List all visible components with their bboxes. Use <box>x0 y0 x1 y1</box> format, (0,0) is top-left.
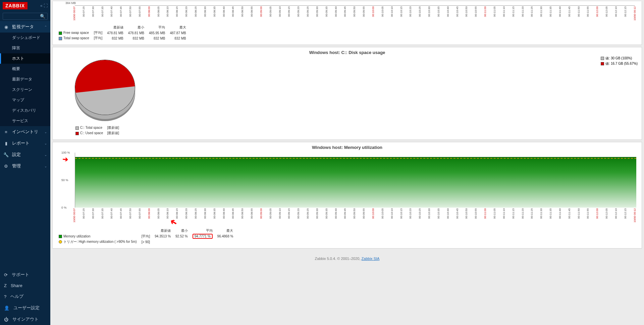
sidebar: ZABBIX « ⛶ 🔍 ◉ 監視データ ⌃ ダッシュボード 障害 ホスト 概要… <box>0 0 50 325</box>
mem-y-0: 0 % <box>61 206 67 209</box>
nav-admin-label: 管理 <box>12 163 41 169</box>
swap-y-label: 384 MB <box>65 1 638 5</box>
subnav-screens[interactable]: スクリーン <box>0 85 50 95</box>
swap-legend: 最新値 最小 平均 最大 Free swap space[平均]478.81 M… <box>56 24 189 41</box>
subnav-services[interactable]: サービス <box>0 116 50 126</box>
subnav-overview[interactable]: 概要 <box>0 64 50 74</box>
memory-x-axis: 10/30 00:0700:07:2500:07:3000:07:3500:07… <box>73 208 636 225</box>
bottom-help[interactable]: ?ヘルプ <box>0 291 50 302</box>
swap-x-axis: 10/30 00:0700:07:2500:07:3000:07:3500:07… <box>73 6 636 23</box>
chevron-down-icon: ⌄ <box>44 164 47 168</box>
nav-monitoring-label: 監視データ <box>12 24 41 30</box>
list-icon: ≡ <box>3 129 9 134</box>
disk-pie-chart <box>75 60 135 120</box>
nav-settings-label: 設定 <box>12 152 41 158</box>
subnav-hosts[interactable]: ホスト <box>0 53 50 64</box>
search-input[interactable] <box>5 14 40 19</box>
bottom-share[interactable]: ZShare <box>0 280 50 291</box>
memory-title: Windows host: Memory utilization <box>56 145 638 150</box>
footer: Zabbix 5.0.4. © 2001–2020, Zabbix SIA <box>50 251 644 264</box>
memory-legend: 最新値 最小 平均 最大 Memory utilization [平均] 94.… <box>56 228 236 245</box>
user-icon: 👤 <box>4 306 9 311</box>
memory-chart: 100 % 50 % 0 % ➔ <box>75 153 636 208</box>
bottom-signout[interactable]: ⏻サインアウト <box>0 314 50 325</box>
chevron-down-icon: ⌄ <box>44 142 47 145</box>
nav-inventory-label: インベントリ <box>12 129 41 135</box>
support-icon: ⟳ <box>4 272 8 277</box>
signout-icon: ⏻ <box>4 317 8 322</box>
nav-reports[interactable]: ▮ レポート ⌄ <box>0 138 50 149</box>
share-icon: Z <box>4 283 7 288</box>
chevron-down-icon: ⌄ <box>44 153 47 157</box>
brand-logo[interactable]: ZABBIX <box>3 2 28 9</box>
nav-monitoring[interactable]: ◉ 監視データ ⌃ <box>0 21 50 33</box>
nav-admin[interactable]: ⚙ 管理 ⌄ <box>0 160 50 172</box>
mem-y-50: 50 % <box>61 178 68 182</box>
swap-panel: 384 MB 10/30 00:0700:07:2500:07:3000:07:… <box>52 1 642 45</box>
legend-swatch <box>59 235 62 238</box>
memory-plot-area <box>75 153 636 208</box>
disk-panel: Windows host: C:: Disk space usage 値: 30… <box>52 47 642 140</box>
search-row: 🔍 <box>0 11 50 21</box>
search-box[interactable]: 🔍 <box>3 13 48 20</box>
chevron-up-icon: ⌃ <box>44 25 47 29</box>
chevron-down-icon: ⌄ <box>44 130 47 134</box>
wrench-icon: 🔧 <box>3 152 9 157</box>
subnav-latest[interactable]: 最新データ <box>0 74 50 85</box>
search-icon[interactable]: 🔍 <box>40 14 45 19</box>
logo-row: ZABBIX « ⛶ <box>0 0 50 11</box>
highlighted-avg: 94.7771 % <box>193 234 213 239</box>
memory-panel: Windows host: Memory utilization 100 % 5… <box>52 142 642 249</box>
eye-icon: ◉ <box>3 24 9 30</box>
footer-link[interactable]: Zabbix SIA <box>362 257 380 261</box>
bottom-support[interactable]: ⟳サポート <box>0 269 50 280</box>
disk-meta: C:: Total space[最新値]C:: Used space[最新値] <box>75 125 123 136</box>
content-area: 384 MB 10/30 00:0700:07:2500:07:3000:07:… <box>50 0 644 325</box>
disk-legend: 値: 30 GB (100%)値: 16.7 GB (55.67%) <box>601 56 638 67</box>
annotation-arrow-1: ➔ <box>62 155 69 163</box>
subnav-maps[interactable]: マップ <box>0 95 50 105</box>
nav-settings[interactable]: 🔧 設定 ⌄ <box>0 149 50 160</box>
subnav-discovery[interactable]: ディスカバリ <box>0 105 50 116</box>
nav-inventory[interactable]: ≡ インベントリ ⌄ <box>0 126 50 138</box>
subnav-dashboard[interactable]: ダッシュボード <box>0 33 50 43</box>
help-icon: ? <box>4 294 6 299</box>
bottom-usersettings[interactable]: 👤ユーザー設定 <box>0 302 50 314</box>
disk-title: Windows host: C:: Disk space usage <box>56 50 638 55</box>
mem-row-name: Memory utilization <box>63 234 91 238</box>
sidebar-toggle-icons[interactable]: « ⛶ <box>40 3 48 8</box>
mem-y-100: 100 % <box>61 151 70 154</box>
gear-icon: ⚙ <box>3 164 9 169</box>
trigger-label: トリガー: High memory utilization ( >90% for… <box>63 240 137 243</box>
nav-reports-label: レポート <box>12 140 41 146</box>
subnav-monitoring: ダッシュボード 障害 ホスト 概要 最新データ スクリーン マップ ディスカバリ… <box>0 33 50 126</box>
trigger-swatch <box>59 240 62 243</box>
subnav-problems[interactable]: 障害 <box>0 43 50 53</box>
chart-icon: ▮ <box>3 141 9 146</box>
